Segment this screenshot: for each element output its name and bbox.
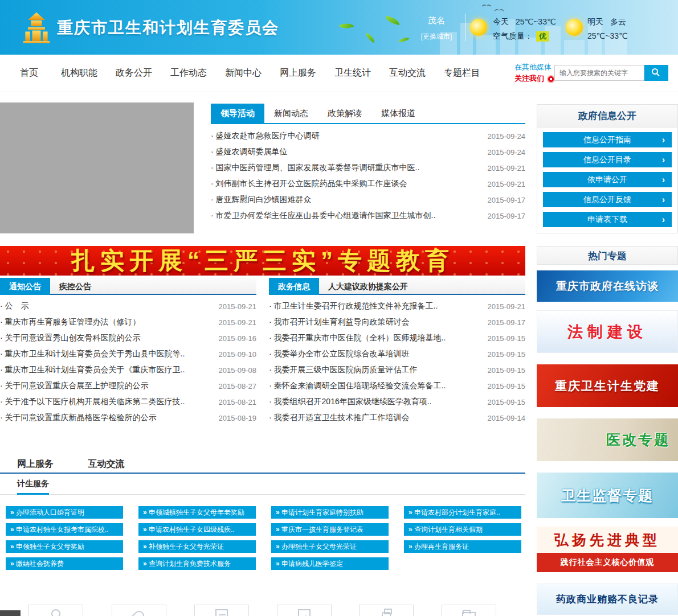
quick-entry-box[interactable]: [277, 605, 332, 616]
service-button[interactable]: 办理独生子女父母光荣证: [271, 540, 389, 553]
tab-policy-interpretation[interactable]: 政策解读: [318, 104, 371, 123]
hot-banner-bribery-records[interactable]: 药政商业贿赂不良记录: [537, 584, 678, 615]
quick-entry-box[interactable]: [359, 605, 414, 616]
list-item-title[interactable]: 市卫生计生委召开行政规范性文件补充报备工..: [269, 301, 438, 311]
hot-banner-health-supervision[interactable]: 卫生监督专题: [537, 473, 678, 518]
service-button[interactable]: 申请农村独生女报考市属院校..: [6, 523, 123, 536]
search-input[interactable]: [554, 65, 644, 81]
service-button[interactable]: 查询计划生育相关假期: [404, 523, 521, 536]
nav-item-online-services[interactable]: 网上服务: [280, 67, 316, 79]
nav-item-special-topics[interactable]: 专题栏目: [444, 67, 480, 79]
nav-item-news-center[interactable]: 新闻中心: [225, 67, 262, 79]
service-button[interactable]: 申请计划生育家庭特别扶助: [271, 506, 389, 519]
service-button[interactable]: 申领独生子女父母奖励: [6, 540, 123, 553]
gov-news-tabbar: 政务信息 人大建议政协提案公开: [269, 278, 525, 295]
service-button[interactable]: 缴纳社会抚养费: [6, 557, 123, 570]
nav-item-work-updates[interactable]: 工作动态: [170, 67, 207, 79]
list-item-date: 2015-09-21: [213, 318, 257, 327]
nav-item-home[interactable]: 首页: [20, 67, 38, 79]
news-item-title[interactable]: 盛娅农调研委属单位: [211, 147, 288, 157]
list-item-title[interactable]: 秦怀金来渝调研全国住培现场经验交流会筹备工..: [269, 381, 446, 391]
follow-line2[interactable]: 关注我们: [514, 74, 544, 83]
list-item: 重庆市卫生和计划生育委员会关于秀山县中医院等..2015-09-10: [0, 346, 256, 362]
list-item: 我委开展三级中医医院病历质量评估工作2015-09-15: [269, 362, 525, 378]
search-button[interactable]: [644, 65, 668, 81]
tab-news-updates[interactable]: 新闻动态: [264, 104, 318, 123]
tab-notices[interactable]: 通知公告: [0, 278, 50, 295]
photo-carousel[interactable]: [0, 102, 194, 233]
list-item-title[interactable]: 我委组织召开2016年国家级继续医学教育项..: [269, 397, 432, 407]
campaign-banner[interactable]: 扎实开展“三严三实”专题教育: [0, 246, 525, 276]
nav-item-interaction[interactable]: 互动交流: [389, 67, 426, 79]
quick-entry-box[interactable]: [194, 605, 249, 616]
tab-leader-activities[interactable]: 领导活动: [211, 104, 264, 123]
campaign-banner-text: 扎实开展“三严三实”专题教育: [71, 245, 454, 277]
tab-interaction[interactable]: 互动交流: [88, 455, 124, 474]
service-button[interactable]: 申请病残儿医学鉴定: [271, 557, 389, 570]
news-item-date: 2015-09-21: [482, 180, 526, 188]
list-item-date: 2015-08-21: [213, 398, 257, 406]
hot-banner-medical-reform[interactable]: 医改专题: [537, 418, 678, 461]
service-button[interactable]: 重庆市一孩生育服务登记表: [271, 523, 389, 536]
btn-info-catalog[interactable]: 信息公开目录›: [543, 152, 672, 167]
hot-banner-advanced-models[interactable]: 弘扬先进典型 践行社会主义核心价值观: [537, 527, 678, 572]
subtab-family-planning-services[interactable]: 计生服务: [17, 474, 49, 495]
hot-banner-online-interview[interactable]: 重庆市政府在线访谈: [537, 270, 678, 302]
hot-banner-legal-construction[interactable]: 法制建设: [537, 310, 678, 353]
list-item-title[interactable]: 关于同意设置重庆合展至上护理院的公示: [0, 381, 149, 391]
hot-banner-party-building[interactable]: 重庆卫生计生党建: [537, 364, 678, 407]
news-item-title[interactable]: 刘伟副市长主持召开公立医院药品集中采购工作座谈会: [211, 179, 407, 189]
list-item-title[interactable]: 关于同意设置重庆新晶格医学检验所的公示: [0, 413, 157, 423]
list-item-date: 2015-09-15: [482, 398, 526, 406]
list-item-title[interactable]: 关于同意设置秀山创友骨科医院的公示: [0, 333, 141, 343]
news-item-date: 2015-09-21: [482, 164, 526, 173]
list-item-title[interactable]: 我委开展三级中医医院病历质量评估工作: [269, 365, 418, 375]
service-button[interactable]: 补领独生子女父母光荣证: [138, 540, 256, 553]
follow-line1: 在其他媒体: [514, 61, 555, 73]
service-button[interactable]: 申请农村部分计划生育家庭..: [404, 506, 521, 519]
news-item-title[interactable]: 国家中医药管理局、国家发展改革委督导调研重庆市中医..: [211, 163, 419, 173]
tab-npc-cppcc-proposals[interactable]: 人大建议政协提案公开: [319, 278, 417, 295]
nav-item-health-statistics[interactable]: 卫生统计: [334, 67, 371, 79]
change-city-link[interactable]: [更换城市]: [421, 32, 452, 42]
news-item-title[interactable]: 市爱卫办何爱华主任应巫山县委中心组邀请作国家卫生城市创..: [211, 211, 435, 221]
list-item: 我委组织召开2016年国家级继续医学教育项..2015-09-15: [269, 394, 525, 410]
list-item-title[interactable]: 关于准予以下医疗机构开展相关临床第二类医疗技..: [0, 397, 185, 407]
service-button[interactable]: 申领城镇独生子女父母年老奖励: [138, 506, 256, 519]
tab-online-services[interactable]: 网上服务: [17, 455, 54, 474]
tab-media-reports[interactable]: 媒体报道: [371, 104, 425, 123]
arrow-right-icon: ›: [662, 192, 665, 207]
news-item-date: 2015-09-24: [482, 132, 526, 141]
news-item-title[interactable]: 盛娅农赴市急救医疗中心调研: [211, 131, 320, 141]
service-button[interactable]: 办理再生育服务证: [404, 540, 521, 553]
arrow-right-icon: ›: [662, 172, 665, 187]
quick-entry-box[interactable]: [112, 605, 166, 616]
list-item-title[interactable]: 重庆市卫生和计划生育委员会关于秀山县中医院等..: [0, 349, 185, 359]
quick-entry-box[interactable]: [442, 605, 496, 616]
list-item-title[interactable]: 我委召开适宜卫生技术推广工作培训会: [269, 413, 410, 423]
follow-media-icon[interactable]: [547, 75, 555, 83]
documents-icon: [215, 609, 228, 616]
service-button[interactable]: 申请农村独生子女四级残疾..: [138, 523, 256, 536]
tab-cdc-notices[interactable]: 疾控公告: [50, 278, 100, 295]
btn-info-feedback[interactable]: 信息公开反馈›: [543, 192, 672, 207]
list-item-title[interactable]: 公 示: [0, 301, 29, 311]
service-button[interactable]: 查询计划生育免费技术服务: [138, 557, 256, 570]
news-item-title[interactable]: 唐亚辉慰问白沙镇困难群众: [211, 195, 312, 205]
list-item-title[interactable]: 我委举办全市公立医院综合改革培训班: [269, 349, 410, 359]
news-item: 市爱卫办何爱华主任应巫山县委中心组邀请作国家卫生城市创..2015-09-17: [211, 208, 525, 224]
btn-apply-disclosure[interactable]: 依申请公开›: [543, 172, 672, 187]
quick-entry-box[interactable]: [28, 605, 83, 616]
list-item-title[interactable]: 我市召开计划生育利益导向政策研讨会: [269, 317, 410, 327]
list-item-title[interactable]: 重庆市再生育服务证管理办法（修订）: [0, 317, 141, 327]
nav-item-gov-disclosure[interactable]: 政务公开: [116, 67, 152, 79]
list-item-title[interactable]: 重庆市卫生和计划生育委员会关于《重庆市医疗卫..: [0, 365, 185, 375]
services-subtab-bar: 计生服务: [0, 474, 525, 495]
btn-info-guide[interactable]: 信息公开指南›: [543, 132, 672, 147]
nav-item-functions[interactable]: 机构职能: [61, 67, 97, 79]
list-item: 关于同意设置秀山创友骨科医院的公示2015-09-16: [0, 330, 256, 346]
btn-form-download[interactable]: 申请表下载›: [543, 212, 672, 227]
service-button[interactable]: 办理流动人口婚育证明: [6, 506, 123, 519]
list-item-title[interactable]: 我委召开重庆市中医住院（全科）医师规培基地..: [269, 333, 446, 343]
tab-gov-information[interactable]: 政务信息: [269, 278, 319, 295]
